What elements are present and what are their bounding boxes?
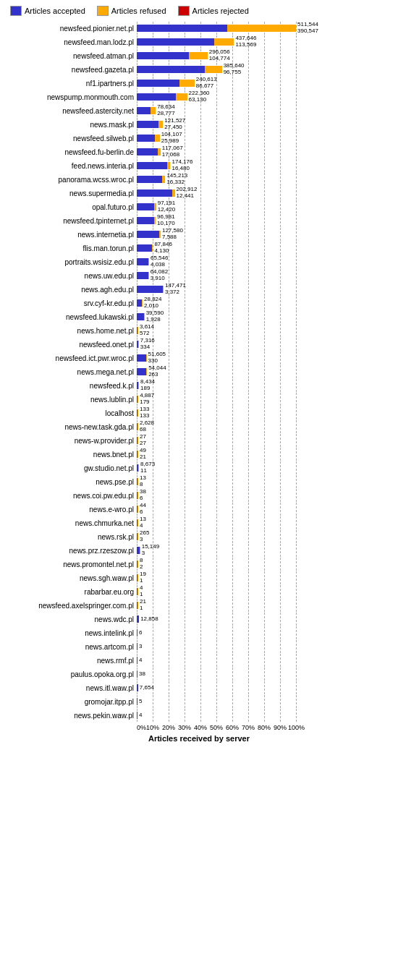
grid-line bbox=[248, 448, 249, 461]
row-label: newsfeed.fu-berlin.de bbox=[3, 148, 137, 156]
row-label: srv.cyf-kr.edu.pl bbox=[3, 299, 137, 307]
grid-line bbox=[169, 613, 169, 626]
grid-line bbox=[216, 338, 217, 351]
grid-line bbox=[280, 393, 281, 406]
grid-line bbox=[200, 709, 201, 722]
grid-line bbox=[185, 379, 185, 392]
chart-row: newsfeed.silweb.pl104,10725,989 bbox=[3, 132, 395, 145]
bar-refused bbox=[159, 231, 161, 238]
grid-line bbox=[153, 571, 153, 584]
value-refused: 4,038 bbox=[151, 262, 168, 268]
bar-accepted bbox=[137, 313, 144, 320]
x-tick: 70% bbox=[240, 724, 256, 731]
bar-value-labels: 211 bbox=[140, 599, 146, 612]
row-label: news.agh.edu.pl bbox=[3, 286, 137, 294]
grid-line bbox=[248, 90, 249, 103]
grid-line bbox=[264, 709, 265, 722]
bar-accepted bbox=[137, 368, 146, 375]
grid-line bbox=[296, 365, 297, 378]
bar-refused bbox=[158, 148, 161, 155]
grid-line bbox=[232, 297, 233, 310]
row-label: newsfeed.pionier.net.pl bbox=[3, 25, 137, 33]
grid-line bbox=[216, 159, 217, 172]
chart-row: news.chmurka.net134 bbox=[3, 516, 395, 529]
grid-line bbox=[296, 324, 297, 337]
grid-line bbox=[264, 530, 265, 543]
value-refused: 16,332 bbox=[166, 179, 187, 186]
row-label: newsfeed.lukawski.pl bbox=[3, 313, 137, 321]
grid-line bbox=[216, 310, 217, 323]
grid-line bbox=[248, 503, 249, 516]
grid-line bbox=[200, 585, 201, 598]
chart-row: newsfeed.k.pl8,434189 bbox=[3, 379, 395, 392]
chart-row: news-new.task.gda.pl2,62868 bbox=[3, 420, 395, 433]
chart-area: newsfeed.pionier.net.pl511,544390,547new… bbox=[3, 22, 395, 723]
value-accepted: 3 bbox=[139, 644, 142, 650]
grid-line bbox=[169, 585, 169, 598]
bar-accepted bbox=[137, 189, 172, 197]
grid-line bbox=[248, 200, 249, 213]
grid-line bbox=[296, 297, 297, 310]
grid-line bbox=[185, 351, 185, 365]
bar-accepted bbox=[137, 217, 154, 224]
grid-line bbox=[248, 406, 249, 419]
grid-line bbox=[169, 544, 169, 557]
row-label: news.prz.rzeszow.pl bbox=[3, 547, 137, 555]
bar-refused bbox=[142, 299, 143, 307]
bar-value-labels: 2,62868 bbox=[140, 420, 154, 433]
grid-line bbox=[169, 310, 169, 323]
bars-wrapper: 385,64096,755 bbox=[137, 63, 395, 76]
bars-wrapper: 134 bbox=[137, 516, 395, 529]
value-refused: 96,755 bbox=[224, 69, 245, 76]
legend-label: Articles rejected bbox=[192, 7, 249, 15]
chart-row: gromojar.itpp.pl5 bbox=[3, 695, 395, 708]
grid-line bbox=[185, 255, 185, 268]
grid-line bbox=[216, 544, 217, 557]
row-label: newsfeed.k.pl bbox=[3, 382, 137, 390]
grid-line bbox=[280, 269, 281, 282]
grid-line bbox=[185, 145, 185, 158]
grid-line bbox=[280, 283, 281, 296]
grid-line bbox=[264, 145, 265, 158]
bars-wrapper: 38 bbox=[137, 668, 395, 681]
grid-line bbox=[248, 283, 249, 296]
grid-line bbox=[296, 49, 297, 62]
grid-line bbox=[153, 654, 153, 667]
grid-line bbox=[264, 35, 265, 48]
grid-line bbox=[200, 132, 201, 145]
chart-row: newsfeed.axelspringer.com.pl211 bbox=[3, 599, 395, 612]
chart-row: news.mega.net.pl54,044263 bbox=[3, 365, 395, 378]
grid-line bbox=[248, 461, 249, 474]
value-refused: 27 bbox=[140, 440, 146, 447]
row-label: opal.futuro.pl bbox=[3, 203, 137, 211]
grid-line bbox=[216, 132, 217, 145]
grid-line bbox=[232, 132, 233, 145]
bar-refused bbox=[167, 162, 170, 169]
grid-line bbox=[232, 283, 233, 296]
grid-line bbox=[264, 640, 265, 653]
grid-line bbox=[216, 90, 217, 103]
grid-line bbox=[216, 626, 217, 639]
bar-value-labels: 97,19112,420 bbox=[158, 200, 175, 213]
grid-line bbox=[153, 516, 153, 529]
grid-line bbox=[296, 406, 297, 419]
row-label: newsfeed.axelspringer.com.pl bbox=[3, 602, 137, 610]
grid-line bbox=[264, 448, 265, 461]
x-tick: 20% bbox=[161, 724, 177, 731]
grid-line bbox=[185, 571, 185, 584]
chart-row: srv.cyf-kr.edu.pl28,8242,010 bbox=[3, 297, 395, 310]
grid-line bbox=[169, 406, 169, 419]
grid-line bbox=[280, 599, 281, 612]
grid-line bbox=[185, 242, 185, 255]
grid-line bbox=[169, 489, 169, 502]
grid-line bbox=[216, 214, 217, 227]
grid-line bbox=[248, 489, 249, 502]
grid-line bbox=[248, 173, 249, 186]
grid-line bbox=[248, 599, 249, 612]
grid-line bbox=[280, 406, 281, 419]
grid-line bbox=[216, 242, 217, 255]
grid-line bbox=[200, 365, 201, 378]
bars-wrapper: 147,4713,372 bbox=[137, 283, 395, 296]
grid-line bbox=[200, 324, 201, 337]
grid-line bbox=[216, 571, 217, 584]
